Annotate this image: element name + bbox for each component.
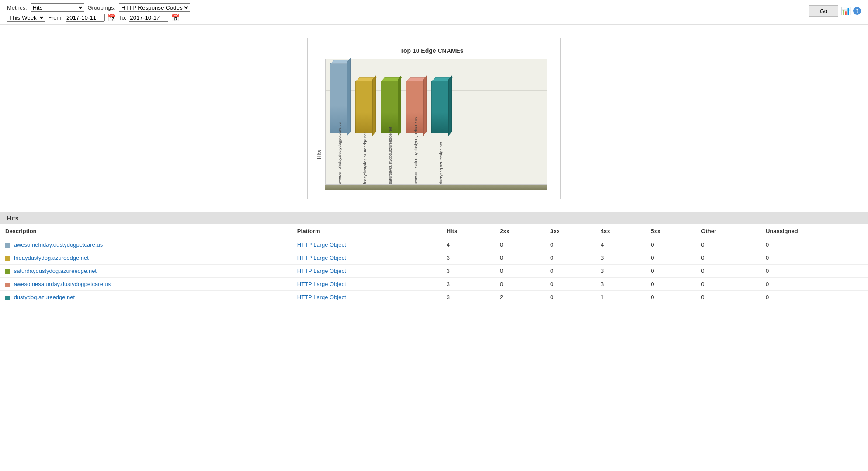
cell-other: 0 — [696, 251, 760, 265]
bar-label: awesomesaturday.dustydogpetcare.us — [413, 136, 418, 184]
bar-3d — [431, 81, 451, 133]
controls-left: Metrics: Hits Data Transferred Groupings… — [7, 3, 190, 22]
bar-3d — [381, 81, 400, 133]
cell-platform: HTTP Large Object — [292, 251, 441, 265]
description-link[interactable]: dustydog.azureedge.net — [14, 294, 75, 300]
cell-3xx: 0 — [545, 291, 595, 304]
bar-side — [347, 58, 351, 136]
cell-3xx: 0 — [545, 251, 595, 265]
col-hits: Hits — [441, 224, 495, 238]
description-link[interactable]: awesomefriday.dustydogpetcare.us — [14, 241, 103, 248]
col-description: Description — [0, 224, 292, 238]
color-dot — [5, 269, 10, 274]
description-link[interactable]: awesomesaturday.dustydogpetcare.us — [14, 281, 111, 287]
metrics-label: Metrics: — [7, 4, 27, 11]
bar-group: dustydog.azureedge.net — [431, 81, 451, 184]
col-3xx: 3xx — [545, 224, 595, 238]
cell-2xx: 2 — [495, 291, 545, 304]
cell-hits: 4 — [441, 238, 495, 251]
cell-hits: 3 — [441, 278, 495, 291]
bar-side — [398, 75, 401, 136]
cell-description: awesomesaturday.dustydogpetcare.us — [0, 278, 292, 291]
col-2xx: 2xx — [495, 224, 545, 238]
bar-group: fridaydustydog.azureedge.net — [355, 81, 375, 184]
platform-link[interactable]: HTTP Large Object — [297, 268, 346, 274]
cell-5xx: 0 — [646, 238, 696, 251]
table-row: awesomesaturday.dustydogpetcare.us HTTP … — [0, 278, 868, 291]
platform-link[interactable]: HTTP Large Object — [297, 241, 346, 248]
cell-5xx: 0 — [646, 278, 696, 291]
bar-side — [423, 75, 427, 136]
color-dot — [5, 283, 10, 287]
cell-platform: HTTP Large Object — [292, 291, 441, 304]
cell-unassigned: 0 — [760, 291, 868, 304]
to-cal-icon[interactable]: 📅 — [171, 14, 180, 22]
cell-unassigned: 0 — [760, 238, 868, 251]
platform-link[interactable]: HTTP Large Object — [297, 281, 346, 287]
cell-unassigned: 0 — [760, 251, 868, 265]
y-axis-label: Hits — [316, 120, 323, 190]
cell-3xx: 0 — [545, 265, 595, 278]
cell-other: 0 — [696, 265, 760, 278]
col-4xx: 4xx — [595, 224, 646, 238]
cell-2xx: 0 — [495, 265, 545, 278]
data-table: Description Platform Hits 2xx 3xx 4xx 5x… — [0, 224, 868, 304]
cell-other: 0 — [696, 238, 760, 251]
bar-3d — [355, 81, 375, 133]
table-row: saturdaydustydog.azureedge.net HTTP Larg… — [0, 265, 868, 278]
cell-platform: HTTP Large Object — [292, 278, 441, 291]
description-link[interactable]: saturdaydustydog.azureedge.net — [14, 268, 97, 274]
from-cal-icon[interactable]: 📅 — [108, 14, 116, 22]
table-row: fridaydustydog.azureedge.net HTTP Large … — [0, 251, 868, 265]
cell-other: 0 — [696, 291, 760, 304]
cell-3xx: 0 — [545, 278, 595, 291]
bar-label: fridaydustydog.azureedge.net — [363, 136, 367, 184]
cell-4xx: 3 — [595, 251, 646, 265]
groupings-select[interactable]: HTTP Response Codes File Types Cache Sta… — [119, 3, 190, 12]
bar-label: awesomefriday.dustydogpetcare.us — [337, 136, 342, 184]
cell-description: fridaydustydog.azureedge.net — [0, 251, 292, 265]
metrics-select[interactable]: Hits Data Transferred — [31, 3, 84, 12]
from-date-input[interactable] — [66, 14, 105, 22]
to-date-input[interactable] — [129, 14, 168, 22]
platform-link[interactable]: HTTP Large Object — [297, 255, 346, 261]
chart-container: Top 10 Edge CNAMEs Hits awesomefriday.du… — [307, 38, 561, 199]
col-unassigned: Unassigned — [760, 224, 868, 238]
chart-section: Top 10 Edge CNAMEs Hits awesomefriday.du… — [0, 25, 868, 212]
platform-link[interactable]: HTTP Large Object — [297, 294, 346, 300]
chart-inner: Hits awesomefriday.dustydogpetcare.usfri… — [316, 59, 547, 190]
groupings-label: Groupings: — [88, 4, 116, 11]
col-platform: Platform — [292, 224, 441, 238]
from-label: From: — [48, 14, 63, 21]
cell-4xx: 3 — [595, 278, 646, 291]
description-link[interactable]: fridaydustydog.azureedge.net — [14, 255, 89, 261]
to-label: To: — [119, 14, 126, 21]
top-controls: Metrics: Hits Data Transferred Groupings… — [0, 0, 868, 25]
cell-5xx: 0 — [646, 265, 696, 278]
chart-base — [325, 185, 547, 190]
cell-3xx: 0 — [545, 238, 595, 251]
bar-label: dustydog.azureedge.net — [439, 136, 443, 184]
period-select[interactable]: This Week Last Week This Month Last Mont… — [7, 14, 45, 22]
color-dot — [5, 256, 10, 261]
help-icon[interactable]: ? — [853, 7, 861, 15]
gridline — [326, 59, 547, 59]
cell-hits: 3 — [441, 265, 495, 278]
table-header-bar: Hits — [0, 212, 868, 224]
table-row: awesomefriday.dustydogpetcare.us HTTP La… — [0, 238, 868, 251]
cell-unassigned: 0 — [760, 265, 868, 278]
bar-side — [448, 75, 452, 136]
row1: Metrics: Hits Data Transferred Groupings… — [7, 3, 190, 12]
go-button[interactable]: Go — [809, 5, 838, 17]
color-dot — [5, 243, 10, 248]
bar-face — [431, 81, 449, 133]
bar-group: awesomesaturday.dustydogpetcare.us — [406, 81, 425, 184]
cell-4xx: 1 — [595, 291, 646, 304]
bar-face — [355, 81, 373, 133]
excel-icon[interactable]: 📊 — [841, 6, 851, 16]
row2: This Week Last Week This Month Last Mont… — [7, 14, 190, 22]
color-dot — [5, 296, 10, 300]
bar-group: awesomefriday.dustydogpetcare.us — [330, 63, 349, 184]
cell-4xx: 3 — [595, 265, 646, 278]
table-header-row: Description Platform Hits 2xx 3xx 4xx 5x… — [0, 224, 868, 238]
